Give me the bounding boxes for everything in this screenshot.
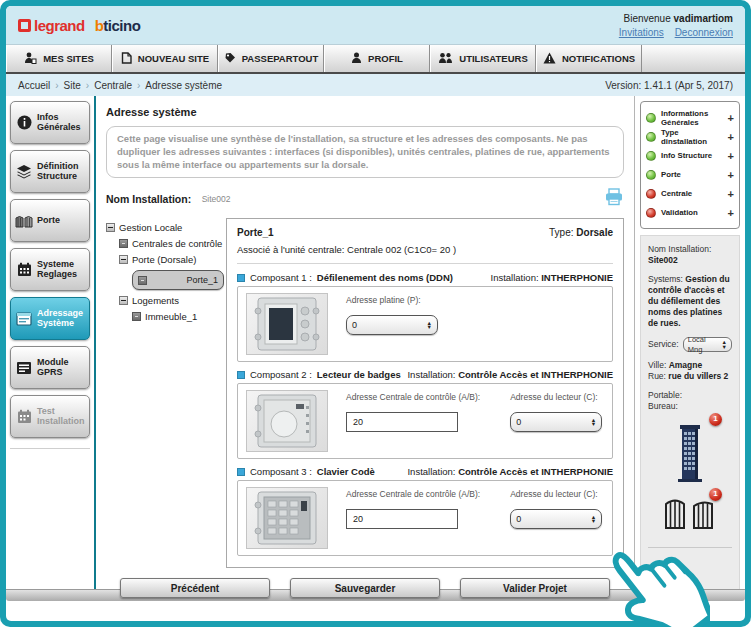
expand-plus-icon[interactable]: + (728, 150, 734, 162)
site-info-panel: Nom Installation: Site002 Systems: Gesti… (640, 235, 740, 589)
building-icon[interactable] (673, 421, 707, 483)
green-status-icon (646, 132, 656, 142)
breadcrumb-adresse-systeme: Adresse système (145, 80, 222, 91)
sidebar-item-systeme-reglages[interactable]: Systeme Reglages (10, 248, 90, 291)
adresse-lecteur-field: Adresse du lecteur (C): 0▲▼ (510, 392, 602, 432)
content-row: Gestion Locale Centrales de contrôle Por… (106, 218, 624, 568)
component-bullet-icon (237, 274, 245, 282)
service-value: Local Mng (688, 335, 722, 355)
collapse-icon[interactable] (119, 296, 128, 305)
adresse-centrale-field: Adresse Centrale de contrôle (A/B): 20 (346, 392, 480, 432)
precedent-button[interactable]: Précédent (120, 578, 270, 598)
breadcrumb-accueil[interactable]: Accueil (18, 80, 50, 91)
tree-node-porte-1[interactable]: Porte_1 (132, 270, 224, 290)
status-porte[interactable]: Porte+ (646, 165, 734, 184)
breadcrumb-centrale[interactable]: Centrale (94, 80, 132, 91)
tree-node-centrales-de-controle[interactable]: Centrales de contrôle (119, 238, 224, 249)
calendar-grid-icon (15, 262, 33, 277)
tab-passepartout[interactable]: PASSEPARTOUT (218, 45, 324, 72)
service-select[interactable]: Local Mng▲▼ (683, 337, 732, 352)
status-label: Type dinstallation (661, 128, 723, 146)
tree-node-immeuble-1[interactable]: Immeuble_1 (132, 311, 224, 322)
username: vadimartiom (674, 13, 733, 24)
tab-notifications[interactable]: NOTIFICATIONS (536, 45, 642, 72)
component-name: Lecteur de badges (317, 369, 401, 380)
status-label: Informations Générales (661, 109, 723, 127)
info-icon (15, 115, 33, 130)
green-status-icon (646, 113, 656, 123)
bticino-logo-text: ticino (103, 17, 140, 34)
adresse-centrale-input[interactable]: 20 (346, 509, 458, 529)
sauvegarder-button[interactable]: Sauvegarder (290, 578, 440, 598)
users-icon (438, 52, 453, 66)
ville-label: Ville: (648, 360, 669, 370)
sidebar-item-adressage-systeme[interactable]: Adressage Système (10, 297, 90, 340)
status-validation[interactable]: Validation+ (646, 203, 734, 222)
tree-node-gestion-locale[interactable]: Gestion Locale (106, 222, 224, 233)
status-type-dinstallation[interactable]: Type dinstallation+ (646, 127, 734, 146)
tree-node-logements[interactable]: Logements (119, 295, 224, 306)
sidebar-item-infos-generales[interactable]: Infos Générales (10, 101, 90, 144)
status-info-structure[interactable]: Info Structure+ (646, 146, 734, 165)
gate-alert-badge[interactable]: 1 (709, 488, 722, 501)
building-alert-badge[interactable]: 1 (709, 413, 722, 426)
tab-profil[interactable]: PROFIL (324, 45, 430, 72)
tree-node-porte-dorsale[interactable]: Porte (Dorsale) (119, 254, 224, 265)
sidebar-item-porte[interactable]: Porte (10, 199, 90, 242)
field-label: Adresse Centrale de contrôle (A/B): (346, 489, 480, 499)
welcome-block: Bienvenue vadimartiom Invitations Deconn… (611, 13, 733, 38)
select-arrows-icon: ▲▼ (722, 340, 727, 349)
page-title: Adresse système (106, 106, 624, 118)
expand-plus-icon[interactable]: + (728, 188, 734, 200)
rue-label: Rue: (648, 371, 668, 381)
adresse-lecteur-select[interactable]: 0▲▼ (510, 509, 602, 529)
sidebar-item-label: Systeme Reglages (37, 260, 85, 280)
tab-label: MES SITES (43, 53, 94, 64)
collapse-icon[interactable] (119, 255, 128, 264)
tab-label: NOUVEAU SITE (138, 53, 209, 64)
adresse-centrale-field: Adresse Centrale de contrôle (A/B): 20 (346, 489, 480, 529)
welcome-text: Bienvenue (623, 13, 673, 24)
tab-utilisateurs[interactable]: UTILISATEURS (430, 45, 536, 72)
tab-nouveau-site[interactable]: NOUVEAU SITE (112, 45, 218, 72)
gate-icon[interactable] (664, 496, 716, 530)
tab-mes-sites[interactable]: MES SITES (6, 45, 112, 72)
expand-plus-icon[interactable]: + (728, 112, 734, 124)
site-nom: Nom Installation: Site002 (648, 244, 732, 266)
printer-icon[interactable] (604, 188, 624, 210)
status-informations-generales[interactable]: Informations Générales+ (646, 108, 734, 127)
associated-central: Associé à l'unité centrale: Centrale 002… (237, 244, 613, 255)
status-centrale[interactable]: Centrale+ (646, 184, 734, 203)
breadcrumb-separator: › (137, 80, 140, 91)
installation-label: Installation: (407, 369, 458, 380)
legrand-logo-text: legrand (34, 17, 85, 34)
status-box: Informations Générales+ Type dinstallati… (640, 101, 740, 229)
adresse-platine-select[interactable]: 0▲▼ (346, 315, 438, 335)
invitations-link[interactable]: Invitations (619, 27, 664, 38)
detail-panel: Porte_1 Type: Dorsale Associé à l'unité … (226, 218, 624, 568)
valider-projet-button[interactable]: Valider Projet (460, 578, 610, 598)
expand-plus-icon[interactable]: + (728, 169, 734, 181)
tree-node-label: Porte_1 (186, 275, 218, 285)
profile-icon (351, 52, 362, 66)
select-value: 0 (516, 514, 521, 524)
bticino-logo: bticino (95, 17, 141, 34)
right-sidebar: Informations Générales+ Type dinstallati… (635, 96, 745, 589)
breadcrumb-site[interactable]: Site (64, 80, 81, 91)
badge-reader-image (246, 390, 328, 452)
adresse-lecteur-select[interactable]: 0▲▼ (510, 412, 602, 432)
installation-value: Contrôle Accès et INTHERPHONIE (458, 466, 613, 477)
sidebar-item-definition-structure[interactable]: Définition Structure (10, 150, 90, 193)
sidebar-item-module-gprs[interactable]: Module GPRS (10, 346, 90, 389)
adresse-centrale-input[interactable]: 20 (346, 412, 458, 432)
site-bureau: Bureau: (648, 401, 732, 412)
expand-plus-icon[interactable]: + (728, 131, 734, 143)
collapse-icon[interactable] (106, 223, 115, 232)
deconnexion-link[interactable]: Deconnexion (675, 27, 733, 38)
address-form-icon (15, 312, 33, 326)
expand-plus-icon[interactable]: + (728, 207, 734, 219)
component-name: Défilenement des noms (DDN) (317, 272, 453, 283)
component-index: Composant 3 : (250, 466, 312, 477)
sidebar-divider (10, 448, 90, 449)
field-label: Adresse du lecteur (C): (510, 392, 602, 402)
